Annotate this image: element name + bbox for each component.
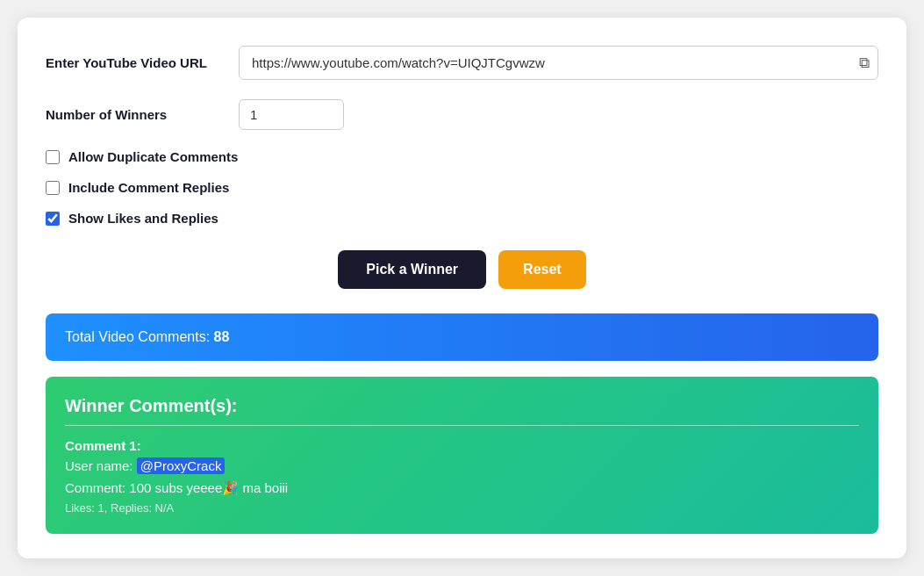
show-likes-label[interactable]: Show Likes and Replies xyxy=(68,211,218,226)
include-replies-checkbox[interactable] xyxy=(46,181,60,195)
main-card: Enter YouTube Video URL ⧉ Number of Winn… xyxy=(18,18,906,558)
comment-emoji: 🎉 xyxy=(222,480,239,495)
allow-duplicates-checkbox[interactable] xyxy=(46,150,60,164)
comment-user: User name: @ProxyCrack xyxy=(65,458,859,473)
total-count: 88 xyxy=(214,329,230,344)
reset-button[interactable]: Reset xyxy=(498,250,586,289)
comment-prefix: Comment: xyxy=(65,480,129,495)
allow-duplicates-row: Allow Duplicate Comments xyxy=(46,149,878,164)
url-input-wrapper: ⧉ xyxy=(239,46,878,80)
show-likes-row: Show Likes and Replies xyxy=(46,211,878,226)
winner-box: Winner Comment(s): Comment 1: User name:… xyxy=(46,377,878,534)
total-label: Total Video Comments: xyxy=(65,329,210,344)
url-label: Enter YouTube Video URL xyxy=(46,55,239,70)
comment-meta: Likes: 1, Replies: N/A xyxy=(65,501,859,515)
include-replies-row: Include Comment Replies xyxy=(46,180,878,195)
winner-title: Winner Comment(s): xyxy=(65,396,859,426)
button-row: Pick a Winner Reset xyxy=(46,250,878,289)
winners-input[interactable] xyxy=(239,99,344,130)
url-input[interactable] xyxy=(239,46,878,80)
url-row: Enter YouTube Video URL ⧉ xyxy=(46,46,878,80)
allow-duplicates-label[interactable]: Allow Duplicate Comments xyxy=(68,149,238,164)
comment-suffix: ma boiii xyxy=(239,480,288,495)
show-likes-checkbox[interactable] xyxy=(46,212,60,226)
user-prefix: User name: xyxy=(65,458,137,473)
comment-label: Comment 1: xyxy=(65,438,859,453)
pick-winner-button[interactable]: Pick a Winner xyxy=(338,250,486,289)
winners-label: Number of Winners xyxy=(46,107,239,122)
copy-icon[interactable]: ⧉ xyxy=(859,54,870,72)
comment-text: Comment: 100 subs yeeee🎉 ma boiii xyxy=(65,480,859,496)
include-replies-label[interactable]: Include Comment Replies xyxy=(68,180,229,195)
username: @ProxyCrack xyxy=(137,457,226,474)
comment-body: 100 subs yeeee xyxy=(129,480,222,495)
winners-row: Number of Winners xyxy=(46,99,878,130)
total-comments-bar: Total Video Comments: 88 xyxy=(46,313,878,361)
